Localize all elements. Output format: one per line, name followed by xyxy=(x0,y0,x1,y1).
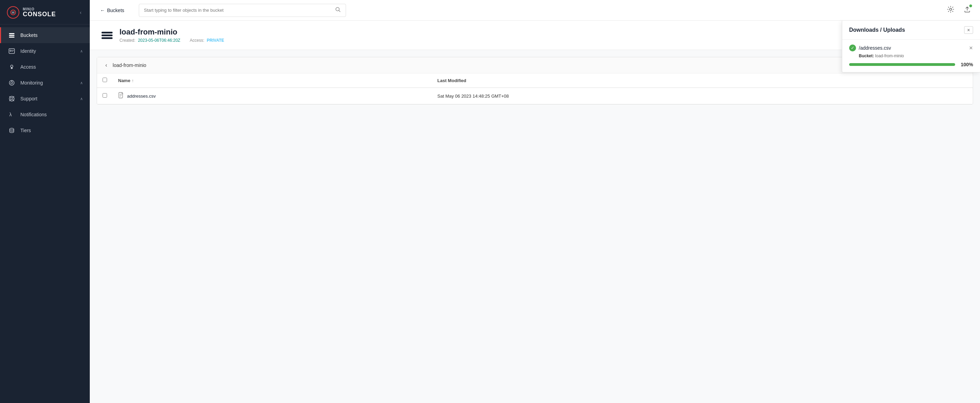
file-browser-toolbar: ‹ load-from-minio xyxy=(97,57,973,73)
tiers-icon xyxy=(8,127,16,134)
svg-rect-29 xyxy=(102,37,113,39)
sidebar-item-access[interactable]: Access xyxy=(0,59,90,75)
downloads-close-button[interactable]: × xyxy=(964,26,973,34)
last-modified-column-header[interactable]: Last Modified xyxy=(432,73,973,88)
file-table: Name Last Modified xyxy=(97,73,973,104)
svg-rect-9 xyxy=(12,51,13,52)
identity-icon xyxy=(8,47,16,55)
svg-rect-1 xyxy=(12,12,14,13)
sidebar-item-monitoring[interactable]: Monitoring ∧ xyxy=(0,75,90,91)
svg-text:λ: λ xyxy=(10,112,12,117)
download-file-name: /addresses.csv xyxy=(859,45,891,51)
upload-badge xyxy=(969,4,972,8)
back-label: Buckets xyxy=(107,8,124,13)
logo-console: CONSOLE xyxy=(23,11,56,17)
download-item: ✓ /addresses.csv ✕ Bucket: load-from-min… xyxy=(842,40,980,72)
chevron-down-icon: ∧ xyxy=(80,97,83,101)
sidebar-item-label: Monitoring xyxy=(21,80,43,86)
svg-rect-2 xyxy=(12,13,14,13)
chevron-down-icon: ∧ xyxy=(80,49,83,54)
logo-area: MIN|O CONSOLE xyxy=(7,6,56,19)
support-icon xyxy=(8,95,16,103)
downloads-header: Downloads / Uploads × xyxy=(842,21,980,40)
select-all-checkbox[interactable] xyxy=(103,78,107,82)
file-icon xyxy=(118,92,124,100)
svg-rect-5 xyxy=(9,36,14,38)
svg-point-17 xyxy=(11,98,13,100)
downloads-title: Downloads / Uploads xyxy=(849,27,905,33)
success-check-icon: ✓ xyxy=(849,44,856,51)
sidebar-item-label: Tiers xyxy=(21,128,31,133)
access-value: PRIVATE xyxy=(207,38,224,43)
bucket-icon xyxy=(100,28,114,42)
download-item-header: ✓ /addresses.csv ✕ xyxy=(849,44,973,51)
download-item-name: ✓ /addresses.csv xyxy=(849,44,891,51)
chevron-down-icon: ∧ xyxy=(80,81,83,85)
logo-text: MIN|O CONSOLE xyxy=(23,8,56,17)
buckets-icon xyxy=(8,32,16,39)
last-modified-column-label: Last Modified xyxy=(438,78,466,83)
sidebar-item-notifications[interactable]: λ Notifications xyxy=(0,106,90,122)
downloads-panel: Downloads / Uploads × ✓ /addresses.csv ✕… xyxy=(842,21,980,73)
sidebar-item-label: Buckets xyxy=(21,32,38,38)
created-value: 2023-05-06T06:46:20Z xyxy=(138,38,180,43)
sidebar-item-tiers[interactable]: Tiers xyxy=(0,122,90,138)
upload-button[interactable] xyxy=(961,3,973,17)
svg-rect-4 xyxy=(9,35,14,36)
svg-rect-28 xyxy=(102,35,113,36)
topbar: ← Buckets xyxy=(90,0,980,21)
table-row: addresses.csv Sat May 06 2023 14:48:25 G… xyxy=(97,88,973,104)
back-arrow-icon: ← xyxy=(100,8,105,13)
bucket-meta: Created: 2023-05-06T06:46:20Z Access: PR… xyxy=(119,38,224,43)
settings-button[interactable] xyxy=(945,3,956,17)
svg-rect-27 xyxy=(102,32,113,33)
svg-point-14 xyxy=(11,82,13,84)
sidebar-item-label: Access xyxy=(21,64,36,70)
bucket-value: load-from-minio xyxy=(875,54,904,58)
object-search-bar[interactable] xyxy=(139,4,346,17)
sidebar-item-label: Identity xyxy=(21,48,36,54)
access-label: Access: xyxy=(189,38,204,43)
svg-point-7 xyxy=(10,50,11,51)
search-button[interactable] xyxy=(335,7,341,14)
svg-line-25 xyxy=(339,10,340,12)
file-name[interactable]: addresses.csv xyxy=(127,94,156,99)
notifications-icon: λ xyxy=(8,111,16,118)
svg-rect-6 xyxy=(9,49,14,54)
created-label: Created: xyxy=(119,38,135,43)
topbar-actions xyxy=(945,3,973,17)
sidebar-item-label: Notifications xyxy=(21,112,47,117)
svg-point-23 xyxy=(10,129,14,130)
sidebar-collapse-button[interactable]: ‹ xyxy=(78,8,83,17)
row-checkbox[interactable] xyxy=(103,93,107,98)
sidebar-item-label: Support xyxy=(21,96,37,102)
download-item-close-button[interactable]: ✕ xyxy=(969,45,973,51)
file-last-modified: Sat May 06 2023 14:48:25 GMT+08 xyxy=(432,88,973,104)
progress-bar-background xyxy=(849,63,955,66)
sidebar-item-support[interactable]: Support ∧ xyxy=(0,91,90,106)
logo-circle-icon xyxy=(7,6,19,19)
breadcrumb-back-button[interactable]: ‹ xyxy=(103,61,110,70)
sidebar: MIN|O CONSOLE ‹ Buckets xyxy=(0,0,90,403)
page-content: load-from-minio Created: 2023-05-06T06:4… xyxy=(90,21,980,403)
sidebar-item-identity[interactable]: Identity ∧ xyxy=(0,43,90,59)
monitoring-icon xyxy=(8,79,16,87)
row-checkbox-cell xyxy=(97,88,113,104)
search-input[interactable] xyxy=(144,8,335,13)
name-column-header[interactable]: Name xyxy=(113,73,432,88)
svg-rect-3 xyxy=(9,33,14,34)
bucket-name: load-from-minio xyxy=(119,28,224,36)
sidebar-logo-area: MIN|O CONSOLE ‹ xyxy=(0,0,90,24)
back-to-buckets-button[interactable]: ← Buckets xyxy=(97,6,128,15)
bucket-label: Bucket: xyxy=(859,54,874,58)
main-content: ← Buckets xyxy=(90,0,980,403)
svg-point-26 xyxy=(950,8,952,10)
progress-percentage: 100% xyxy=(959,62,973,67)
breadcrumb: load-from-minio xyxy=(113,62,146,68)
select-all-column xyxy=(97,73,113,88)
name-column-label: Name xyxy=(118,78,130,83)
access-icon xyxy=(8,63,16,71)
table-header-row: Name Last Modified xyxy=(97,73,973,88)
sidebar-item-buckets[interactable]: Buckets xyxy=(0,27,90,43)
bucket-info: load-from-minio Created: 2023-05-06T06:4… xyxy=(119,28,224,43)
